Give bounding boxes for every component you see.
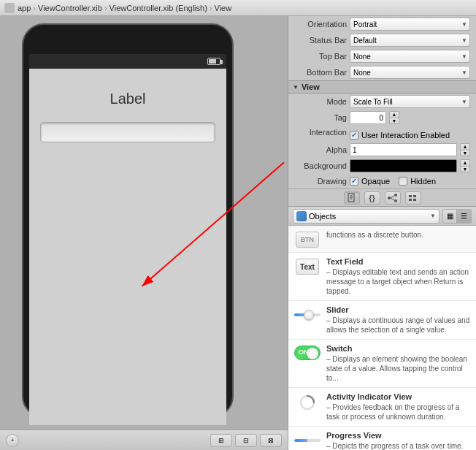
canvas-bottom-right: ⊞ ⊟ ⊠ xyxy=(210,434,282,447)
drawing-opaque-checkbox[interactable] xyxy=(350,177,358,186)
mode-select[interactable]: Scale To Fill Aspect Fit Aspect Fill xyxy=(350,95,470,108)
background-label: Background xyxy=(294,161,347,170)
statusbar-select-wrapper[interactable]: Default None Black ▼ xyxy=(350,34,470,47)
main-content: Label + ⊞ ⊟ ⊠ xyxy=(0,16,476,450)
view-section-triangle: ▼ xyxy=(293,84,299,91)
svg-point-8 xyxy=(394,199,397,202)
view-section-header[interactable]: ▼ View xyxy=(288,80,476,94)
mode-label: Mode xyxy=(294,97,347,106)
svg-rect-12 xyxy=(413,195,416,197)
switch-title-bold: Switch xyxy=(326,344,352,353)
mode-select-wrapper[interactable]: Scale To Fill Aspect Fit Aspect Fill ▼ xyxy=(350,95,470,108)
switch-icon-area: ON xyxy=(294,344,320,360)
grid-button[interactable]: ⊟ xyxy=(235,434,257,447)
zoom-button[interactable]: + xyxy=(6,434,19,447)
phone-status-bar xyxy=(29,54,226,69)
alpha-stepper-up[interactable]: ▲ xyxy=(460,143,470,150)
drawing-opaque-label: Opaque xyxy=(361,177,390,186)
activity-text-area: Activity Indicator View – Provides feedb… xyxy=(326,392,470,422)
slider-desc: – Displays a continuous range of values … xyxy=(326,316,470,335)
alpha-input[interactable] xyxy=(350,143,457,156)
canvas-area: Label + ⊞ ⊟ ⊠ xyxy=(0,16,288,450)
battery-icon xyxy=(207,58,220,65)
phone-screen[interactable]: Label xyxy=(29,69,226,425)
list-item-textfield[interactable]: Text Text Field – Displays editable text… xyxy=(288,253,476,301)
user-interaction-checkbox[interactable] xyxy=(350,131,358,140)
tab-icon-connections[interactable] xyxy=(385,191,401,205)
tag-stepper[interactable]: ▲ ▼ xyxy=(389,111,399,124)
textfield-text-area: Text Field – Displays editable text and … xyxy=(326,257,470,296)
breadcrumb-xib-english[interactable]: ViewController.xib (English) xyxy=(110,4,207,12)
code-icon: {} xyxy=(369,194,375,202)
list-item-slider[interactable]: Slider – Displays a continuous range of … xyxy=(288,301,476,340)
svg-point-7 xyxy=(394,194,397,197)
battery-tip xyxy=(220,60,223,64)
list-item-activity[interactable]: Activity Indicator View – Provides feedb… xyxy=(288,388,476,427)
interaction-label: Interaction xyxy=(294,128,347,137)
svg-point-6 xyxy=(388,197,391,199)
orientation-row: Orientation Portrait Landscape ▼ xyxy=(288,16,476,32)
topbar-label: Top Bar xyxy=(294,52,347,61)
list-item-switch[interactable]: ON Switch – Displays an element showing … xyxy=(288,340,476,388)
objects-dropdown-arrow: ▼ xyxy=(430,213,436,219)
list-item-progress[interactable]: Progress View – Depicts the progress of … xyxy=(288,427,476,450)
statusbar-select[interactable]: Default None Black xyxy=(350,34,470,47)
list-icon xyxy=(408,194,418,202)
activity-title-bold: Activity Indicator View xyxy=(326,392,412,401)
progress-track xyxy=(294,439,320,442)
bottombar-select-wrapper[interactable]: None Tab Bar ▼ xyxy=(350,66,470,79)
fit-button[interactable]: ⊞ xyxy=(210,434,232,447)
topbar-select[interactable]: None Navigation Bar xyxy=(350,50,470,63)
tag-label: Tag xyxy=(294,113,347,122)
orientation-select[interactable]: Portrait Landscape xyxy=(350,18,470,31)
breadcrumb: app › ViewController.xib › ViewControlle… xyxy=(18,4,231,12)
activity-title: Activity Indicator View xyxy=(326,392,470,401)
bottombar-select[interactable]: None Tab Bar xyxy=(350,66,470,79)
text-input-element[interactable] xyxy=(40,122,215,142)
tag-stepper-up[interactable]: ▲ xyxy=(389,111,399,118)
zoom-fit-button[interactable]: ⊠ xyxy=(260,434,282,447)
bottombar-row: Bottom Bar None Tab Bar ▼ xyxy=(288,64,476,80)
progress-fill xyxy=(294,439,307,442)
view-toggle: ▦ ☰ xyxy=(442,209,472,224)
alpha-stepper[interactable]: ▲ ▼ xyxy=(460,143,470,156)
phone-content: Label xyxy=(29,69,226,153)
objects-list: BTN functions as a discrete button. Text… xyxy=(288,226,476,450)
slider-thumb xyxy=(304,310,314,320)
view-grid-button[interactable]: ▦ xyxy=(442,209,457,224)
app-icon xyxy=(4,3,15,13)
progress-desc: – Depicts the progress of a task over ti… xyxy=(326,441,470,450)
tag-stepper-down[interactable]: ▼ xyxy=(389,118,399,125)
mode-row: Mode Scale To Fill Aspect Fit Aspect Fil… xyxy=(288,94,476,110)
view-list-button[interactable]: ☰ xyxy=(457,209,472,224)
breadcrumb-app[interactable]: app xyxy=(18,4,31,12)
orientation-select-wrapper[interactable]: Portrait Landscape ▼ xyxy=(350,18,470,31)
user-interaction-label: User Interaction Enabled xyxy=(361,131,450,140)
activity-icon-area xyxy=(294,392,320,411)
breadcrumb-view[interactable]: View xyxy=(215,4,232,12)
objects-dropdown[interactable]: Objects ▼ xyxy=(293,209,439,224)
list-item-partial[interactable]: BTN functions as a discrete button. xyxy=(288,226,476,253)
topbar-select-wrapper[interactable]: None Navigation Bar ▼ xyxy=(350,50,470,63)
statusbar-row: Status Bar Default None Black ▼ xyxy=(288,32,476,48)
tab-icon-document[interactable] xyxy=(344,191,360,205)
tag-input[interactable]: 0 xyxy=(350,111,386,124)
slider-icon-area xyxy=(294,305,320,323)
objects-section: Objects ▼ ▦ ☰ BTN functions as a discret… xyxy=(288,206,476,450)
partial-icon: BTN xyxy=(296,232,319,248)
partial-desc: functions as a discrete button. xyxy=(326,230,470,240)
textfield-icon: Text xyxy=(296,259,319,275)
tab-icon-list[interactable] xyxy=(405,191,421,205)
activity-desc: – Provides feedback on the progress of a… xyxy=(326,403,470,422)
breadcrumb-xib[interactable]: ViewController.xib xyxy=(38,4,102,12)
background-stepper[interactable]: ▲ ▼ xyxy=(460,159,470,172)
drawing-hidden-checkbox[interactable] xyxy=(399,177,407,186)
switch-desc: – Displays an element showing the boolea… xyxy=(326,354,470,383)
background-stepper-up[interactable]: ▲ xyxy=(460,159,470,166)
svg-rect-11 xyxy=(409,195,412,197)
tab-icon-code[interactable]: {} xyxy=(364,191,380,205)
background-color-swatch[interactable] xyxy=(350,159,457,172)
alpha-row: Alpha ▲ ▼ xyxy=(288,142,476,158)
alpha-stepper-down[interactable]: ▼ xyxy=(460,150,470,157)
background-stepper-down[interactable]: ▼ xyxy=(460,166,470,173)
